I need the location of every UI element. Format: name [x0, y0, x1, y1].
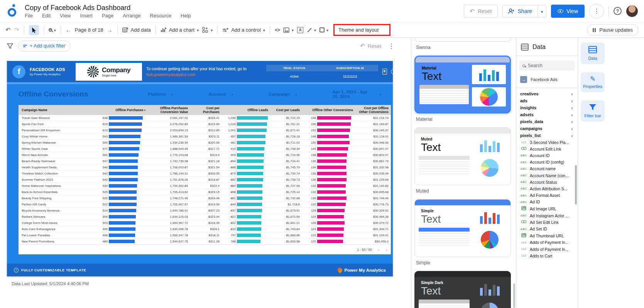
table-row[interactable]: Pet Lovers' Paradise4961,566,347.78$318.… — [19, 232, 391, 239]
theme-card-sienna-partial[interactable] — [414, 38, 511, 42]
field-action-attribution-s[interactable]: ABCAction Attribution S... — [516, 185, 578, 192]
column-header-offline-leads[interactable]: Offline Leads — [222, 107, 270, 113]
field-adds-of-payment-in[interactable]: 123Adds of Payment In... — [516, 239, 578, 246]
theme-card-material[interactable]: MaterialText — [414, 56, 511, 113]
theme-card-muted[interactable]: MutedText — [414, 127, 511, 185]
dashboard-filter-platform[interactable]: Platform — [148, 92, 173, 96]
table-row[interactable]: Radiant Skincare5061,634,125.03$323.4482… — [19, 214, 391, 220]
field-account-status[interactable]: ABCAccount Status — [516, 179, 578, 185]
table-row[interactable]: Travel Gear Blowout6382,061,157.02$325.4… — [19, 115, 391, 121]
table-row[interactable]: Beach-Ready Swimwear5471,742,735.98$321.… — [19, 158, 391, 164]
field-ad-id[interactable]: ABCAd ID — [516, 199, 578, 205]
shape-tool[interactable] — [319, 27, 328, 33]
pause-updates-button[interactable]: Pause updates — [587, 24, 639, 36]
section-ads[interactable]: ads — [516, 97, 578, 104]
field-ad-image-url[interactable]: Ad Image URL — [516, 205, 578, 212]
zoom-tool[interactable] — [49, 27, 56, 33]
table-row[interactable]: Men's New Arrivals5601,775,103.68$319.99… — [19, 152, 391, 158]
menu-page[interactable]: Page — [102, 13, 113, 19]
table-row[interactable]: Sports Fan Fest6232,076,052.89$315.891,0… — [19, 121, 391, 127]
add-data-button[interactable]: Add data — [122, 27, 151, 33]
data-source-row[interactable]: → Facebook Ads — [516, 74, 578, 88]
page-indicator[interactable]: Page 8 of 18 — [75, 27, 103, 33]
column-header-offline-other-conversions[interactable]: Offline Other Conversions — [302, 107, 355, 113]
rail-button-data[interactable]: Data — [581, 42, 605, 64]
table-row[interactable]: College Dorm Must-haves5031,660,967.72$3… — [19, 220, 391, 226]
field-account-name-con[interactable]: ABCAccount Name (con... — [516, 172, 578, 179]
table-row[interactable]: Personalized Gift Emporium6132,003,894.1… — [19, 127, 391, 134]
filter-options-button[interactable] — [388, 42, 395, 50]
search-input[interactable] — [528, 63, 563, 68]
avatar[interactable] — [626, 5, 638, 17]
menu-arrange[interactable]: Arrange — [123, 13, 140, 19]
field-ad-format-asset[interactable]: ABCAd Format Asset — [516, 192, 578, 199]
share-button[interactable]: Share — [502, 5, 538, 17]
rail-button-filter-bar[interactable]: Filter bar — [581, 100, 605, 122]
table-row[interactable]: Back-to-School Essentials5251,705,413.62… — [19, 189, 391, 195]
more-options-button[interactable] — [589, 4, 604, 19]
column-header-cost-per-purchases[interactable]: Cost per Purchases — [190, 105, 222, 115]
table-row[interactable]: Auto Care Extravaganza4991,630,996.78$32… — [19, 226, 391, 232]
field-list-scrollbar[interactable] — [575, 165, 577, 205]
table-row[interactable]: New Parent Promotions4891,544,637.75$311… — [19, 239, 391, 245]
report-title[interactable]: Copy of Facebook Ads Dashboard — [25, 4, 191, 12]
campaign-table[interactable]: Campaign NameOffline PurchasesOffline Pu… — [19, 105, 391, 254]
reset-button[interactable]: Reset — [464, 5, 497, 18]
field-account-id-config[interactable]: ABCAccount ID (config) — [516, 159, 578, 166]
undo-button[interactable] — [5, 26, 10, 34]
report-canvas[interactable]: f FACEBOOK ADS by Power My Analytics Com… — [7, 61, 393, 276]
section-creatives[interactable]: creatives — [516, 90, 578, 97]
share-dropdown-button[interactable] — [538, 5, 546, 17]
table-row[interactable]: Summer Fashion 20235421,751,878.26$318.8… — [19, 177, 391, 183]
menu-edit[interactable]: Edit — [42, 13, 51, 19]
image-tool[interactable] — [283, 27, 294, 33]
column-header-cost-per-leads[interactable]: Cost per Leads — [270, 107, 302, 113]
line-tool[interactable] — [307, 27, 316, 33]
add-quick-filter-button[interactable]: + Add quick filter — [18, 41, 71, 51]
help-icon[interactable]: ? — [391, 69, 397, 74]
pagination-next-icon[interactable] — [385, 247, 387, 252]
menu-insert[interactable]: Insert — [80, 13, 93, 19]
document-icon[interactable] — [382, 69, 387, 74]
field-ad-instagram-actor[interactable]: ABCAd Instagram Actor ... — [516, 212, 578, 219]
field-account-id[interactable]: ABCAccount ID — [516, 152, 578, 159]
field-ad-set-edit-link[interactable]: Ad Set Edit Link — [516, 219, 578, 225]
theme-panel-scrollbar[interactable] — [513, 283, 515, 308]
table-row[interactable]: Beauty Free Shipping5251,748,271.45$324.… — [19, 195, 391, 201]
dashboard-filter-campaign[interactable]: Campaign — [269, 92, 297, 96]
field-ad-set-id[interactable]: ABCAd Set ID — [516, 225, 578, 232]
menu-view[interactable]: View — [60, 13, 71, 19]
search-box[interactable] — [519, 61, 575, 71]
previous-page-button[interactable] — [66, 27, 71, 34]
community-visualizations-button[interactable] — [202, 27, 213, 33]
table-row[interactable]: Timeless Watch Collection5421,786,149.31… — [19, 171, 391, 177]
dashboard-filter-account[interactable]: Account — [208, 92, 233, 96]
section-insights[interactable]: insights — [516, 104, 578, 111]
dashboard-filter-apr-1-2024-apr-30-2024[interactable]: Apr 1, 2024 - Apr 30, 2024 — [332, 90, 381, 99]
field-ad-thumbnail-url[interactable]: Ad Thumbnail URL — [516, 232, 578, 239]
menu-resource[interactable]: Resource — [150, 13, 171, 19]
field-adds-of-payment-in[interactable]: 123Adds of Payment In... — [516, 246, 578, 252]
add-control-button[interactable]: Add a control — [222, 27, 265, 33]
select-tool[interactable] — [29, 25, 39, 35]
theme-card-simple[interactable]: SimpleText — [414, 199, 511, 257]
table-row[interactable]: Cozy Winter Home5931,989,381.59$323.1195… — [19, 134, 391, 140]
rail-button-properties[interactable]: ✎Properties — [581, 72, 605, 92]
menu-help[interactable]: Help — [181, 13, 191, 19]
pagination-prev-icon[interactable] — [378, 247, 380, 252]
section-pixels-data[interactable]: pixels_data — [516, 118, 578, 125]
help-button[interactable]: ? — [614, 7, 622, 15]
field-account-edit-link[interactable]: Account Edit Link — [516, 146, 578, 152]
table-row[interactable]: Winter Sports Gear5711,888,544.45$317.71… — [19, 146, 391, 152]
menu-file[interactable]: File — [25, 13, 33, 19]
theme-card-simple-dark[interactable]: Simple DarkText — [414, 271, 511, 308]
add-chart-button[interactable]: Add a chart — [161, 27, 199, 33]
redo-button[interactable] — [14, 26, 19, 34]
theme-and-layout-button[interactable]: Theme and layout — [333, 24, 390, 36]
table-row[interactable]: Perfect Gift Cards5221,705,967.57$319.56… — [19, 201, 391, 208]
table-row[interactable]: Spring Kitchen Makeover5901,934,235.34$3… — [19, 140, 391, 146]
column-header-campaign-name[interactable]: Campaign Name — [19, 107, 94, 113]
embed-url-button[interactable]: <> — [275, 27, 280, 33]
table-row[interactable]: Health Supplement Deals5461,706,003.87$3… — [19, 164, 391, 171]
column-header-offline-purchases-conversion-value[interactable]: Offline Purchases Conversion Value — [148, 105, 190, 115]
